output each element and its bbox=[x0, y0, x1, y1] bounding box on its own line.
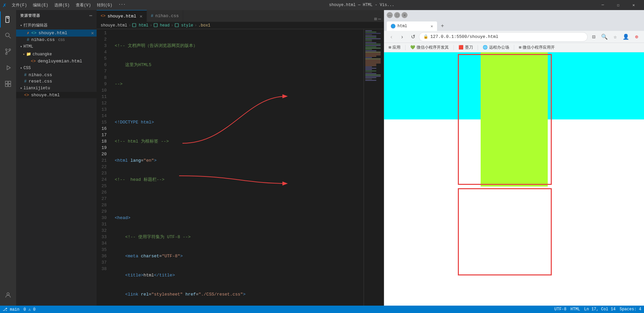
ln-21: 21 bbox=[97, 157, 109, 164]
chuangke-folder[interactable]: ▾ 📁 chuangke bbox=[16, 50, 97, 58]
ln-12: 12 bbox=[97, 100, 109, 106]
status-errors[interactable]: 0 ⚠ 0 bbox=[23, 307, 36, 312]
breadcrumb-box1[interactable]: .box1 bbox=[198, 23, 210, 28]
activity-account[interactable] bbox=[0, 287, 16, 303]
back-button[interactable]: ‹ bbox=[387, 32, 396, 42]
html-section[interactable]: ▾ HTML bbox=[16, 43, 97, 50]
svg-rect-13 bbox=[132, 23, 136, 27]
browser-minimize[interactable]: — bbox=[387, 12, 393, 18]
breadcrumb-sep1: › bbox=[128, 23, 131, 28]
maximize-button[interactable]: ☐ bbox=[610, 0, 626, 10]
css-collapse-icon: ▾ bbox=[20, 66, 22, 70]
profile-icon[interactable]: 👤 bbox=[621, 32, 631, 42]
line-8-comment: <!-- head 标题栏--> bbox=[115, 176, 164, 183]
menu-goto[interactable]: 转到(G) bbox=[94, 2, 115, 9]
lianxijietu-section[interactable]: ▾ lianxijietu bbox=[16, 85, 97, 92]
tab-actions[interactable]: ⊞ ⋯ bbox=[371, 16, 384, 22]
browser-window-controls[interactable]: — ☐ ✕ bbox=[387, 12, 408, 18]
split-editor-icon[interactable]: ⊞ bbox=[374, 16, 377, 22]
address-bar[interactable]: 🔒 127.0.0.1:5500/shouye.html bbox=[419, 32, 588, 42]
ln-15: 15 bbox=[97, 119, 109, 125]
extension-icon[interactable]: ⊕ bbox=[632, 32, 641, 42]
menu-edit[interactable]: 编辑(E) bbox=[30, 2, 51, 9]
activity-source-control[interactable] bbox=[0, 44, 16, 60]
new-file-icon[interactable]: ⋯ bbox=[90, 13, 93, 18]
new-tab-button[interactable]: + bbox=[438, 22, 446, 30]
minimap[interactable] bbox=[364, 29, 384, 306]
code-line-5: <!DOCTYPE html> bbox=[115, 119, 364, 125]
menu-bar[interactable]: 文件(F) 编辑(E) 选择(S) 查看(V) 转到(G) ··· bbox=[9, 2, 128, 9]
bookmark-apps-label: 应用 bbox=[392, 45, 400, 50]
ln-25: 25 bbox=[97, 183, 109, 189]
file-dengluyemian: dengluyemian.html bbox=[38, 59, 82, 64]
menu-select[interactable]: 选择(S) bbox=[52, 2, 72, 9]
status-position[interactable]: Ln 17, Col 14 bbox=[584, 307, 616, 312]
refresh-button[interactable]: ↺ bbox=[408, 32, 418, 42]
sidebar-header-actions[interactable]: ⋯ bbox=[90, 13, 93, 18]
browser-tab-title: html bbox=[397, 24, 407, 29]
browser-toolbar-actions[interactable]: ⊡ 🔍 ☆ 👤 ⊕ bbox=[589, 32, 641, 42]
status-branch[interactable]: ⎇ main bbox=[3, 307, 19, 312]
forward-button[interactable]: › bbox=[397, 32, 407, 42]
browser-maximize[interactable]: ☐ bbox=[394, 12, 400, 18]
ln-27: 27 bbox=[97, 196, 109, 202]
bookmark-wechat-app[interactable]: ⊞ 微信小程序应用开 bbox=[517, 44, 557, 51]
browser-close[interactable]: ✕ bbox=[401, 12, 408, 18]
lianxi-collapse-icon: ▾ bbox=[20, 86, 22, 90]
activity-files[interactable] bbox=[0, 11, 16, 28]
file-shouye-html: shouye.html bbox=[31, 93, 60, 98]
bookmark-remote[interactable]: 🌐 远程办公场 bbox=[481, 44, 511, 51]
bookmark-wechat-dev-label: 微信小程序开发其 bbox=[417, 45, 449, 50]
tab-shouye[interactable]: <> shouye.html ✕ bbox=[97, 10, 147, 22]
css-section[interactable]: ▾ CSS bbox=[16, 64, 97, 72]
file-name-nihao: nihao.css bbox=[31, 37, 55, 42]
css-tag: CSS bbox=[58, 38, 65, 42]
bookmark-modao[interactable]: 🟥 墨刀 bbox=[457, 44, 475, 51]
bookmark-star-icon[interactable]: ☆ bbox=[610, 32, 620, 42]
activity-search[interactable] bbox=[0, 28, 16, 44]
menu-file[interactable]: 文件(F) bbox=[9, 2, 30, 9]
breadcrumb-head[interactable]: head bbox=[154, 23, 170, 28]
activity-debug[interactable] bbox=[0, 60, 16, 76]
browser-tab-bar: 🌐 html ✕ + bbox=[384, 20, 644, 31]
more-tabs-icon[interactable]: ⋯ bbox=[378, 16, 381, 22]
activity-extensions[interactable] bbox=[0, 76, 16, 92]
html-brackets: <> bbox=[31, 31, 37, 36]
sidebar-item-dengluyemian[interactable]: <> dengluyemian.html bbox=[16, 58, 97, 64]
sidebar-item-nihao[interactable]: # nihao.css CSS bbox=[16, 37, 97, 43]
breadcrumb-html[interactable]: html bbox=[132, 23, 148, 28]
bookmark-apps[interactable]: ⊞ 应用 bbox=[387, 44, 402, 51]
sidebar-item-reset-css[interactable]: # reset.css bbox=[16, 78, 97, 85]
sidebar-item-shouye-html[interactable]: <> shouye.html bbox=[16, 92, 97, 98]
browser-tab-close[interactable]: ✕ bbox=[431, 24, 433, 29]
bookmark-sep-3 bbox=[478, 45, 478, 50]
ln-32: 32 bbox=[97, 227, 109, 234]
breadcrumb-file[interactable]: shouye.html bbox=[101, 23, 127, 28]
close-button[interactable]: ✕ bbox=[626, 0, 641, 10]
shouye-html-icon: <> bbox=[24, 93, 29, 98]
breadcrumb-style[interactable]: style bbox=[175, 23, 193, 28]
tab-nihao[interactable]: # nihao.css bbox=[147, 10, 183, 22]
tab-close-icon[interactable]: ✕ bbox=[140, 13, 142, 19]
breadcrumb: shouye.html › html › head › style › .box… bbox=[97, 22, 384, 29]
status-encoding[interactable]: UTF-8 bbox=[554, 307, 567, 312]
window-controls[interactable]: — ☐ ✕ bbox=[595, 0, 641, 10]
cast-icon[interactable]: ⊡ bbox=[589, 32, 598, 42]
ln-8: 8 bbox=[97, 74, 109, 81]
close-icon[interactable]: ✕ bbox=[91, 30, 94, 36]
html-section-label: HTML bbox=[23, 44, 33, 49]
zoom-icon[interactable]: 🔍 bbox=[600, 32, 609, 42]
menu-view[interactable]: 查看(V) bbox=[73, 2, 94, 9]
sidebar-item-shouye[interactable]: ✗ <> shouye.html ✕ bbox=[16, 30, 97, 37]
status-language[interactable]: HTML bbox=[571, 307, 580, 312]
menu-more[interactable]: ··· bbox=[116, 2, 128, 9]
code-content[interactable]: <!-- 文档声明（告诉浏览器网页的版本） 这里为HTML5 --> <!DOC… bbox=[112, 29, 364, 306]
browser-active-tab[interactable]: 🌐 html ✕ bbox=[387, 21, 437, 31]
sidebar-item-nihao-css[interactable]: # nihao.css bbox=[16, 72, 97, 78]
bookmark-wechat-dev[interactable]: 💚 微信小程序开发其 bbox=[408, 44, 451, 51]
svg-rect-15 bbox=[175, 23, 178, 27]
minimap-content bbox=[364, 29, 384, 82]
status-spaces[interactable]: Spaces: 4 bbox=[620, 307, 641, 312]
minimize-button[interactable]: — bbox=[595, 0, 610, 10]
open-editors-section[interactable]: ▾ 打开的编辑器 bbox=[16, 21, 97, 30]
